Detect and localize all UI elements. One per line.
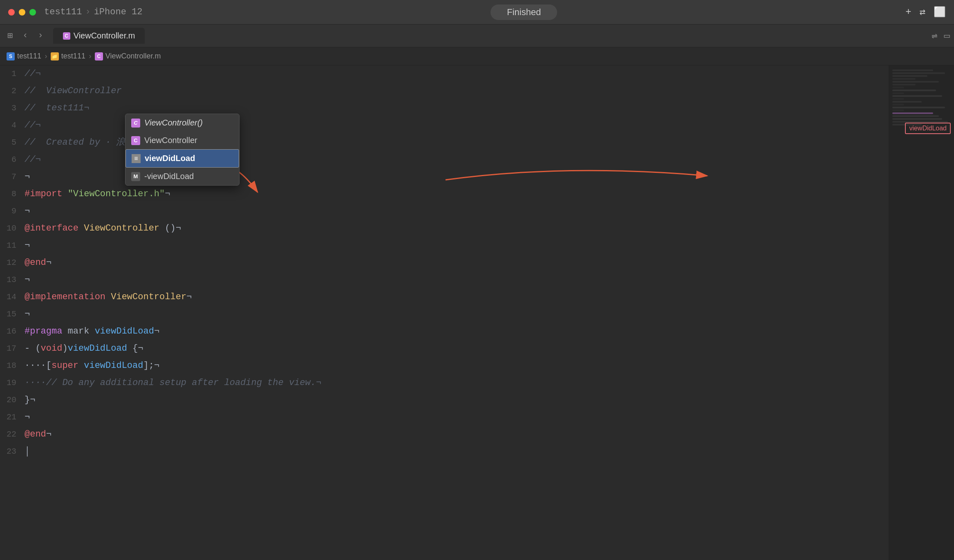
minimap-line [892, 98, 904, 100]
line-num-4: 4 [0, 117, 25, 134]
line-num-5: 5 [0, 134, 25, 151]
project-label[interactable]: test111 [44, 7, 82, 17]
device-label[interactable]: iPhone 12 [94, 7, 143, 17]
editor-wrapper: 1 //¬ 2 // ViewController 3 // test111¬ … [0, 65, 954, 560]
code-editor[interactable]: 1 //¬ 2 // ViewController 3 // test111¬ … [0, 65, 889, 560]
minimap-line [892, 115, 939, 117]
file-bc-icon: C [95, 52, 103, 60]
breadcrumb-item-project[interactable]: S test111 [7, 52, 41, 60]
minimap-line [892, 112, 933, 114]
minimap-line [892, 95, 942, 97]
maximize-button[interactable] [29, 9, 36, 16]
minimap-line [892, 81, 939, 83]
code-line-18: 18 ····[super viewDidLoad];¬ [0, 357, 889, 374]
folder-bc-icon: 📁 [51, 52, 59, 60]
line-num-3: 3 [0, 100, 25, 117]
split-icon[interactable]: ⇄ [920, 6, 925, 18]
line-num-7: 7 [0, 168, 25, 186]
code-line-23: 23 │ [0, 443, 889, 460]
dropdown-label-1: ViewController() [144, 118, 233, 128]
dropdown-menu: C ViewController() C ViewController ≡ vi… [125, 114, 240, 186]
line-num-9: 9 [0, 203, 25, 220]
code-line-21: 21 ¬ [0, 409, 889, 426]
line-content-21: ¬ [25, 409, 889, 426]
project-info: test111 › iPhone 12 [44, 7, 142, 17]
file-bc-label: ViewController.m [105, 52, 161, 60]
dropdown-icon-3: ≡ [132, 154, 141, 163]
line-num-18: 18 [0, 357, 25, 374]
line-num-22: 22 [0, 426, 25, 443]
line-num-11: 11 [0, 237, 25, 254]
line-num-20: 20 [0, 392, 25, 409]
breadcrumb: S test111 › 📁 test111 › C ViewController… [0, 47, 954, 65]
code-line-13: 13 ¬ [0, 271, 889, 289]
code-line-9: 9 ¬ [0, 203, 889, 220]
code-line-14: 14 @implementation ViewController¬ [0, 289, 889, 306]
line-content-22: @end¬ [25, 426, 889, 443]
minimap-viewdidload-badge: viewDidLoad [905, 123, 951, 134]
close-button[interactable] [8, 9, 15, 16]
grid-view-button[interactable]: ⊞ [4, 29, 16, 43]
line-content-10: @interface ViewController ()¬ [25, 220, 889, 237]
line-num-15: 15 [0, 306, 25, 323]
dropdown-item-viewdidload[interactable]: ≡ viewDidLoad [125, 149, 239, 168]
line-content-15: ¬ [25, 306, 889, 323]
tab-viewcontroller-m[interactable]: C ViewController.m [53, 28, 145, 44]
dropdown-item-viewcontroller-class[interactable]: C ViewController [125, 132, 239, 149]
minimap: viewDidLoad [889, 65, 954, 560]
dropdown-label-3: viewDidLoad [145, 154, 233, 163]
breadcrumb-item-folder[interactable]: 📁 test111 [51, 52, 85, 60]
tab-file-icon: C [63, 32, 70, 40]
dropdown-icon-4: M [131, 172, 140, 181]
line-content-18: ····[super viewDidLoad];¬ [25, 357, 889, 374]
minimap-line [892, 110, 904, 111]
dropdown-icon-2: C [131, 136, 140, 145]
minimap-line [892, 101, 922, 103]
line-content-14: @implementation ViewController¬ [25, 289, 889, 306]
back-button[interactable]: ‹ [19, 29, 31, 43]
line-content-16: #pragma mark viewDidLoad¬ [25, 323, 889, 340]
folder-bc-label: test111 [61, 52, 85, 60]
code-line-22: 22 @end¬ [0, 426, 889, 443]
dropdown-item-viewdidload-m[interactable]: M -viewDidLoad [125, 168, 239, 185]
breadcrumb-item-file[interactable]: C ViewController.m [95, 52, 161, 60]
line-num-8: 8 [0, 186, 25, 203]
add-icon[interactable]: + [905, 7, 911, 18]
title-actions: + ⇄ ⬜ [905, 6, 946, 18]
line-num-14: 14 [0, 289, 25, 306]
dropdown-item-viewcontroller-method[interactable]: C ViewController() [125, 114, 239, 132]
code-line-1: 1 //¬ [0, 65, 889, 83]
code-line-10: 10 @interface ViewController ()¬ [0, 220, 889, 237]
minimize-button[interactable] [19, 9, 25, 16]
inspector-icon[interactable]: ▭ [944, 30, 950, 42]
title-bar: test111 › iPhone 12 Finished + ⇄ ⬜ [0, 0, 954, 25]
code-line-17: 17 - (void)viewDidLoad {¬ [0, 340, 889, 357]
layout-icon[interactable]: ⬜ [934, 6, 946, 18]
line-num-21: 21 [0, 409, 25, 426]
split-editor-icon[interactable]: ⇌ [932, 30, 937, 42]
line-content-19: ····// Do any additional setup after loa… [25, 374, 889, 392]
minimap-content [889, 65, 954, 131]
line-content-23: │ [25, 443, 889, 460]
minimap-line [892, 118, 942, 120]
dropdown-icon-1: C [131, 119, 140, 128]
forward-button[interactable]: › [34, 29, 46, 43]
project-bc-icon: S [7, 52, 15, 60]
minimap-line [892, 69, 933, 71]
tab-bar: ⊞ ‹ › C ViewController.m ⇌ ▭ [0, 25, 954, 47]
minimap-line [892, 92, 904, 94]
status-center: Finished [142, 4, 905, 20]
minimap-line [892, 90, 936, 91]
project-bc-label: test111 [17, 52, 41, 60]
code-line-2: 2 // ViewController [0, 83, 889, 100]
code-line-19: 19 ····// Do any additional setup after … [0, 374, 889, 392]
line-content-9: ¬ [25, 203, 889, 220]
code-line-15: 15 ¬ [0, 306, 889, 323]
line-content-8: #import "ViewController.h"¬ [25, 186, 889, 203]
minimap-line [892, 104, 904, 105]
window-controls [8, 9, 36, 16]
minimap-line [892, 84, 916, 85]
line-num-1: 1 [0, 65, 25, 83]
dropdown-label-2: ViewController [144, 136, 233, 145]
line-num-2: 2 [0, 83, 25, 100]
